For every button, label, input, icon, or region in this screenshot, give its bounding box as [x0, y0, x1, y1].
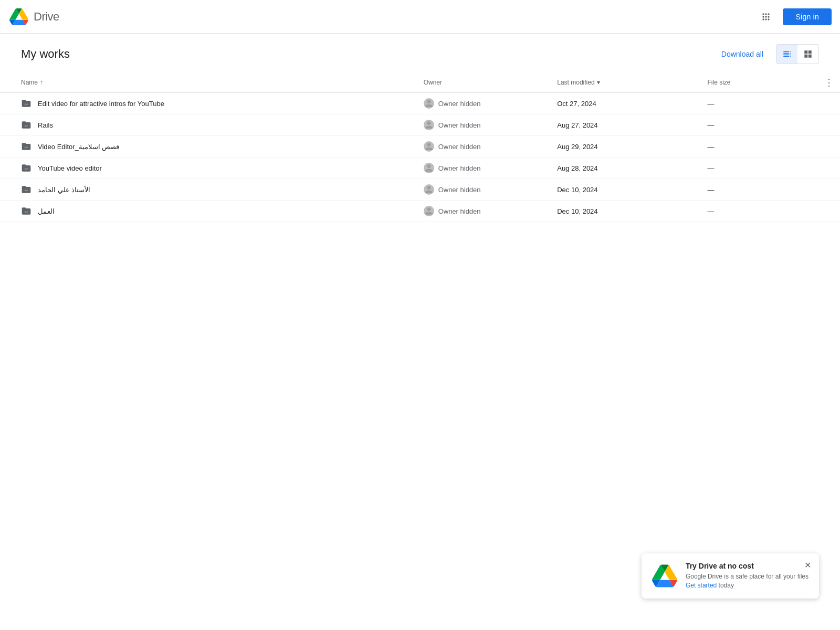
file-size: —	[701, 158, 818, 179]
file-size: —	[701, 201, 818, 222]
file-table: Name ↑ Owner Last modified ▾ File size ⋮	[0, 72, 840, 222]
avatar	[424, 163, 434, 173]
file-name-cell: Video Editor_قصص اسلامية	[21, 141, 411, 152]
owner-name: Owner hidden	[438, 186, 481, 194]
row-actions	[818, 136, 840, 158]
owner-cell: Owner hidden	[424, 120, 545, 130]
table-row[interactable]: YouTube video editor Owner hidden Aug 28…	[0, 158, 840, 179]
file-list: Edit video for attractive intros for You…	[0, 93, 840, 222]
owner-cell: Owner hidden	[424, 184, 545, 195]
page-title: My works	[21, 47, 70, 61]
google-apps-button[interactable]	[755, 6, 776, 27]
avatar	[424, 98, 434, 109]
header-left: Drive	[8, 6, 59, 27]
modified-date: Dec 10, 2024	[551, 179, 701, 201]
google-drive-logo	[8, 6, 29, 27]
file-name-cell: العمل	[21, 206, 411, 216]
table-row[interactable]: Rails Owner hidden Aug 27, 2024 —	[0, 114, 840, 136]
owner-name: Owner hidden	[438, 143, 481, 151]
folder-icon	[21, 163, 32, 173]
column-header-size[interactable]: File size	[701, 72, 818, 93]
file-size: —	[701, 179, 818, 201]
header-right: Sign in	[755, 6, 832, 27]
owner-name: Owner hidden	[438, 164, 481, 172]
file-name: YouTube video editor	[38, 164, 102, 172]
app-header: Drive Sign in	[0, 0, 840, 34]
drive-wordmark: Drive	[34, 10, 59, 24]
table-header: Name ↑ Owner Last modified ▾ File size ⋮	[0, 72, 840, 93]
owner-cell: Owner hidden	[424, 163, 545, 173]
row-actions	[818, 114, 840, 136]
file-name-cell: الأستاذ علي الحامد	[21, 184, 411, 195]
avatar	[424, 184, 434, 195]
row-actions	[818, 179, 840, 201]
column-header-modified[interactable]: Last modified ▾	[551, 72, 701, 93]
folder-icon	[21, 98, 32, 109]
file-size: —	[701, 114, 818, 136]
owner-cell: Owner hidden	[424, 141, 545, 152]
table-row[interactable]: العمل Owner hidden Dec 10, 2024 —	[0, 201, 840, 222]
owner-name: Owner hidden	[438, 121, 481, 129]
more-options-icon[interactable]: ⋮	[824, 77, 834, 88]
folder-icon	[21, 120, 32, 130]
row-actions	[818, 201, 840, 222]
file-name: العمل	[38, 207, 55, 215]
list-view-button[interactable]	[776, 45, 797, 64]
page-header: My works Download all	[0, 34, 840, 72]
folder-icon	[21, 206, 32, 216]
file-size: —	[701, 136, 818, 158]
avatar	[424, 206, 434, 216]
modified-date: Dec 10, 2024	[551, 201, 701, 222]
modified-date: Aug 28, 2024	[551, 158, 701, 179]
file-name: Edit video for attractive intros for You…	[38, 100, 164, 108]
owner-name: Owner hidden	[438, 207, 481, 215]
folder-icon	[21, 141, 32, 152]
page-actions: Download all	[715, 44, 819, 64]
grid-view-button[interactable]	[797, 45, 818, 64]
modified-date: Oct 27, 2024	[551, 93, 701, 114]
row-actions	[818, 93, 840, 114]
file-name-cell: Rails	[21, 120, 411, 130]
sign-in-button[interactable]: Sign in	[783, 8, 832, 25]
file-name: Rails	[38, 121, 53, 129]
column-header-owner[interactable]: Owner	[417, 72, 551, 93]
modified-date: Aug 27, 2024	[551, 114, 701, 136]
file-name: Video Editor_قصص اسلامية	[38, 143, 119, 151]
owner-cell: Owner hidden	[424, 98, 545, 109]
owner-cell: Owner hidden	[424, 206, 545, 216]
owner-name: Owner hidden	[438, 100, 481, 108]
avatar	[424, 120, 434, 130]
table-row[interactable]: الأستاذ علي الحامد Owner hidden Dec 10, …	[0, 179, 840, 201]
row-actions	[818, 158, 840, 179]
table-row[interactable]: Video Editor_قصص اسلامية Owner hidden Au…	[0, 136, 840, 158]
table-row[interactable]: Edit video for attractive intros for You…	[0, 93, 840, 114]
column-header-name[interactable]: Name ↑	[0, 72, 417, 93]
folder-icon	[21, 184, 32, 195]
column-header-actions: ⋮	[818, 72, 840, 93]
view-toggle	[776, 44, 819, 64]
modified-date: Aug 29, 2024	[551, 136, 701, 158]
file-size: —	[701, 93, 818, 114]
file-name-cell: YouTube video editor	[21, 163, 411, 173]
sort-arrow-name: ↑	[40, 79, 43, 86]
sort-arrow-modified: ▾	[597, 79, 600, 86]
file-name: الأستاذ علي الحامد	[38, 186, 90, 194]
download-all-button[interactable]: Download all	[715, 46, 770, 62]
avatar	[424, 141, 434, 152]
file-name-cell: Edit video for attractive intros for You…	[21, 98, 411, 109]
